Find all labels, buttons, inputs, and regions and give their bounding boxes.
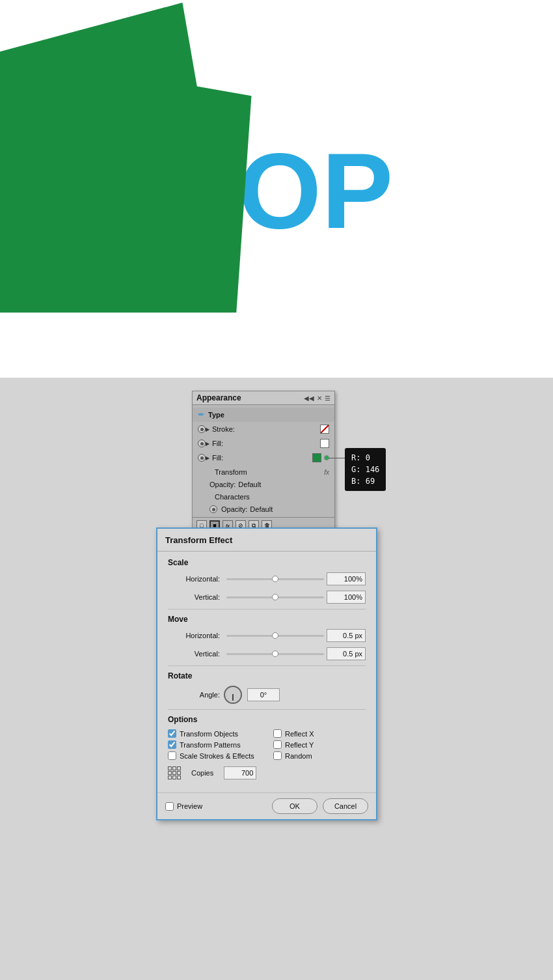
reflect-y-label: Reflect Y bbox=[285, 741, 314, 749]
preview-label: Preview bbox=[177, 802, 202, 810]
scale-horizontal-thumb[interactable] bbox=[272, 576, 278, 582]
move-vertical-thumb[interactable] bbox=[272, 651, 278, 657]
appearance-panel[interactable]: Appearance ◀◀ ✕ ☰ ✒ Type ▶ Stroke: bbox=[192, 391, 335, 534]
move-horizontal-label: Horizontal: bbox=[168, 632, 220, 639]
fill1-eye-icon[interactable] bbox=[198, 440, 206, 447]
transform-patterns-checkbox[interactable] bbox=[168, 740, 176, 749]
opacity2-row: Opacity: Default bbox=[193, 504, 334, 514]
divider-3 bbox=[168, 709, 366, 710]
panel-collapse-btn[interactable]: ◀◀ bbox=[304, 395, 314, 402]
panel-close-btn[interactable]: ✕ bbox=[317, 395, 322, 402]
scale-vertical-slider[interactable] bbox=[226, 596, 324, 598]
move-horizontal-input[interactable] bbox=[327, 629, 366, 642]
fill2-label: Fill: bbox=[212, 454, 310, 462]
angle-dial[interactable] bbox=[224, 686, 242, 704]
grid-cell-3 bbox=[177, 766, 181, 770]
bottom-panel: Appearance ◀◀ ✕ ☰ ✒ Type ▶ Stroke: bbox=[0, 378, 553, 980]
rotate-section-label: Rotate bbox=[168, 671, 366, 680]
fill1-expand-icon[interactable]: ▶ bbox=[206, 441, 209, 447]
svg-marker-1 bbox=[0, 53, 277, 313]
type-row: ✒ Type bbox=[193, 408, 334, 422]
rotate-row: Angle: bbox=[168, 686, 366, 704]
move-horizontal-thumb[interactable] bbox=[272, 632, 278, 639]
angle-input[interactable] bbox=[247, 688, 280, 701]
opacity1-value: Default bbox=[238, 481, 261, 488]
transform-patterns-row[interactable]: Transform Patterns bbox=[168, 740, 260, 749]
move-vertical-row: Vertical: bbox=[168, 647, 366, 660]
move-vertical-input[interactable] bbox=[327, 647, 366, 660]
reflect-x-label: Reflect X bbox=[285, 730, 314, 738]
scale-horizontal-row: Horizontal: bbox=[168, 572, 366, 585]
opacity2-value: Default bbox=[250, 505, 273, 513]
opacity1-label: Opacity: bbox=[209, 481, 236, 488]
move-horizontal-row: Horizontal: bbox=[168, 629, 366, 642]
cancel-button[interactable]: Cancel bbox=[323, 798, 368, 814]
random-label: Random bbox=[285, 752, 312, 760]
grid-cell-4 bbox=[168, 771, 172, 775]
move-horizontal-slider[interactable] bbox=[226, 635, 324, 637]
appearance-titlebar: Appearance ◀◀ ✕ ☰ bbox=[193, 391, 334, 405]
fill1-label: Fill: bbox=[212, 440, 317, 447]
opacity2-label: Opacity: bbox=[221, 505, 247, 513]
dialog-titlebar: Transform Effect bbox=[157, 529, 376, 552]
angle-label: Angle: bbox=[168, 691, 220, 699]
reflect-x-row[interactable]: Reflect X bbox=[273, 729, 366, 738]
appearance-title: Appearance bbox=[196, 393, 241, 402]
fill2-eye-icon[interactable] bbox=[198, 454, 206, 462]
transform-objects-row[interactable]: Transform Objects bbox=[168, 729, 260, 738]
fill2-color-swatch[interactable] bbox=[312, 453, 321, 462]
grid-cell-6 bbox=[177, 771, 181, 775]
transform-dialog[interactable]: Transform Effect Scale Horizontal: Verti… bbox=[156, 527, 377, 820]
grid-cell-2 bbox=[172, 766, 176, 770]
fill2-row[interactable]: ▶ Fill: bbox=[193, 451, 334, 465]
scale-strokes-checkbox[interactable] bbox=[168, 751, 176, 760]
divider-1 bbox=[168, 609, 366, 609]
characters-row: Characters bbox=[193, 490, 334, 504]
options-section: Options Transform Objects Reflect X Tran… bbox=[168, 715, 366, 779]
options-grid: Transform Objects Reflect X Transform Pa… bbox=[168, 729, 366, 760]
panel-menu-btn[interactable]: ☰ bbox=[325, 395, 330, 402]
transform-patterns-label: Transform Patterns bbox=[180, 741, 241, 749]
scale-horizontal-input[interactable] bbox=[327, 572, 366, 585]
scale-vertical-thumb[interactable] bbox=[272, 594, 278, 600]
fill1-color-swatch[interactable] bbox=[320, 439, 329, 448]
fx-label: fx bbox=[324, 469, 329, 476]
pen-icon: ✒ bbox=[198, 410, 204, 419]
stroke-color-swatch[interactable] bbox=[320, 425, 329, 434]
copies-row: Copies bbox=[168, 766, 366, 779]
stroke-row[interactable]: ▶ Stroke: bbox=[193, 422, 334, 436]
grid-cell-1 bbox=[168, 766, 172, 770]
canvas-area: S TOP bbox=[0, 0, 553, 378]
characters-label: Characters bbox=[207, 493, 329, 501]
random-row[interactable]: Random bbox=[273, 751, 366, 760]
preview-checkbox[interactable] bbox=[165, 802, 174, 811]
ok-button[interactable]: OK bbox=[272, 798, 317, 814]
scale-horizontal-label: Horizontal: bbox=[168, 575, 220, 583]
fill1-row[interactable]: ▶ Fill: bbox=[193, 436, 334, 451]
stroke-expand-icon[interactable]: ▶ bbox=[206, 427, 209, 432]
opacity1-row: Opacity: Default bbox=[193, 479, 334, 490]
fill2-expand-icon[interactable]: ▶ bbox=[206, 455, 209, 461]
random-checkbox[interactable] bbox=[273, 751, 282, 760]
reflect-y-row[interactable]: Reflect Y bbox=[273, 740, 366, 749]
copies-input[interactable] bbox=[224, 766, 256, 779]
dialog-footer: Preview OK Cancel bbox=[157, 792, 376, 819]
transform-label: Transform bbox=[207, 468, 324, 476]
dialog-title: Transform Effect bbox=[165, 535, 232, 545]
scale-vertical-input[interactable] bbox=[327, 591, 366, 604]
preview-row[interactable]: Preview bbox=[165, 802, 267, 811]
reflect-x-checkbox[interactable] bbox=[273, 729, 282, 738]
transform-objects-checkbox[interactable] bbox=[168, 729, 176, 738]
stroke-eye-icon[interactable] bbox=[198, 425, 206, 433]
transform-row[interactable]: Transform fx bbox=[193, 465, 334, 479]
move-vertical-slider[interactable] bbox=[226, 653, 324, 655]
scale-vertical-label: Vertical: bbox=[168, 593, 220, 601]
color-r-value: R: 0 bbox=[351, 452, 379, 464]
grid-cell-5 bbox=[172, 771, 176, 775]
green-slash-shape bbox=[0, 0, 299, 313]
dialog-body: Scale Horizontal: Vertical: Move Horizon bbox=[157, 552, 376, 792]
scale-strokes-row[interactable]: Scale Strokes & Effects bbox=[168, 751, 260, 760]
opacity2-eye-icon[interactable] bbox=[209, 505, 217, 513]
scale-horizontal-slider[interactable] bbox=[226, 578, 324, 580]
reflect-y-checkbox[interactable] bbox=[273, 740, 282, 749]
